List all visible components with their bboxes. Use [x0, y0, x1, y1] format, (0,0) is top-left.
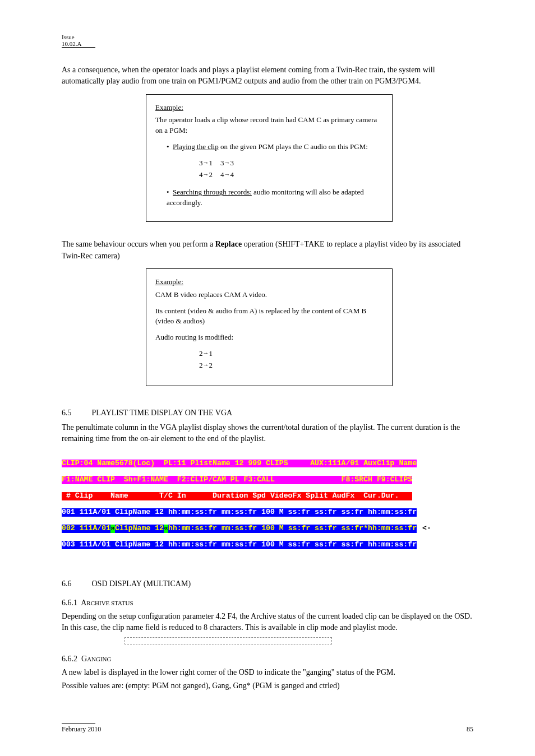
- map1-r2c1: 4→2: [196, 170, 216, 180]
- box1-line1: The operator loads a clip whose record t…: [155, 115, 383, 136]
- footer-left: February 2010: [62, 725, 101, 734]
- sec65-title: PLAYLIST TIME DISPLAY ON THE VGA: [92, 409, 233, 417]
- sec662-text1: A new label is displayed in the lower ri…: [62, 667, 473, 678]
- term-row1: 001 111A/01 ClipName 12 hh:mm:ss:fr mm:s…: [62, 508, 417, 517]
- sec643-t1: The same behaviour occurs when you perfo…: [62, 240, 215, 248]
- sec-642-text: As a consequence, when the operator load…: [62, 66, 435, 85]
- box1-title: Example:: [155, 103, 383, 113]
- box1-b2-label: Searching through records:: [173, 188, 252, 196]
- map2-r1: 2→1: [196, 349, 216, 359]
- example-box-2: Example: CAM B video replaces CAM A vide…: [146, 268, 393, 386]
- term-row2-d: «: [164, 525, 168, 533]
- sec661-t2: RCHIVE STATUS: [86, 600, 133, 606]
- sec66-title: OSD DISPLAY (MULTICAM): [92, 579, 191, 588]
- sec-661-title: 6.6.1 ARCHIVE STATUS: [62, 599, 473, 607]
- box2-line3: Audio routing is modified:: [155, 332, 383, 343]
- map1-r1c2: 3→3: [217, 158, 237, 169]
- term-row2-a: 002 111A/01: [62, 525, 110, 533]
- box2-line2: Its content (video & audio from A) is re…: [155, 306, 383, 327]
- sec643-bold: Replace: [215, 240, 242, 248]
- map2-r2: 2→2: [196, 360, 216, 371]
- sec65-para: The penultimate column in the VGA playli…: [62, 422, 473, 445]
- map-grid-2: 2→1 2→2: [195, 347, 217, 372]
- term-fkey-gap: [275, 476, 342, 484]
- sec662-num: 6.6.2: [62, 655, 77, 663]
- sec662-t: G: [81, 655, 87, 663]
- box2-line1: CAM B video replaces CAM A video.: [155, 290, 383, 300]
- map1-r2c2: 4→4: [217, 170, 237, 180]
- section-66-title: 6.6 OSD DISPLAY (MULTICAM): [62, 579, 473, 588]
- map1-r1c1: 3→1: [196, 158, 216, 169]
- section-643: The same behaviour occurs when you perfo…: [62, 239, 473, 386]
- sec65-num: 6.5: [62, 409, 90, 418]
- term-row2-e: hh:mm:ss:fr mm:ss:fr 100 M ss:fr ss:fr s…: [168, 525, 417, 533]
- footer-right: 85: [467, 725, 473, 734]
- term-fkey-right: F8:SRCH F9:CLIPS: [342, 476, 413, 484]
- terminal-display: CLIP:04 Name5678(Loc) PL:11 PlistName_12…: [62, 451, 473, 557]
- sec662-t2: ANGING: [87, 656, 111, 662]
- example-box-1: Example: The operator loads a clip whose…: [146, 94, 393, 222]
- box1-b1-text: on the given PGM plays the C audio on th…: [219, 142, 368, 151]
- sec661-t: A: [81, 599, 86, 607]
- term-row2-b: »: [110, 525, 115, 533]
- term-fkey-left: F1:NAME CLIP Sh+F1:NAME F2:CLIP/CAM PL F…: [62, 476, 275, 484]
- term-row3: 003 111A/01 ClipName 12 hh:mm:ss:fr mm:s…: [62, 541, 417, 549]
- map-grid-1: 3→13→3 4→24→4: [195, 157, 238, 182]
- box2-title: Example:: [155, 277, 383, 287]
- term-title: CLIP:04 Name5678(Loc) PL:11 PlistName_12…: [62, 460, 417, 468]
- sec-662-title: 6.6.2 GANGING: [62, 655, 473, 664]
- section-65-title: 6.5 PLAYLIST TIME DISPLAY ON THE VGA: [62, 409, 473, 418]
- page-header: Issue 10.02.A: [62, 34, 95, 48]
- sec661-text: Depending on the setup configuration par…: [62, 611, 473, 634]
- term-header: # Clip Name T/C In Duration Spd VideoFx …: [62, 492, 412, 500]
- dashed-placeholder: [124, 637, 332, 644]
- box1-b1-label: Playing the clip: [173, 142, 219, 151]
- sec662-text2: Possible values are: (empty: PGM not gan…: [62, 680, 473, 692]
- section-642: As a consequence, when the operator load…: [62, 64, 473, 222]
- issue-label: Issue 10.02.A: [62, 34, 81, 47]
- term-row2-arrow: <-: [417, 525, 431, 533]
- term-row2-c: ClipName 12: [115, 525, 164, 533]
- sec661-num: 6.6.1: [62, 599, 77, 607]
- sec66-num: 6.6: [62, 579, 90, 588]
- page-footer: February 2010 85: [62, 723, 473, 734]
